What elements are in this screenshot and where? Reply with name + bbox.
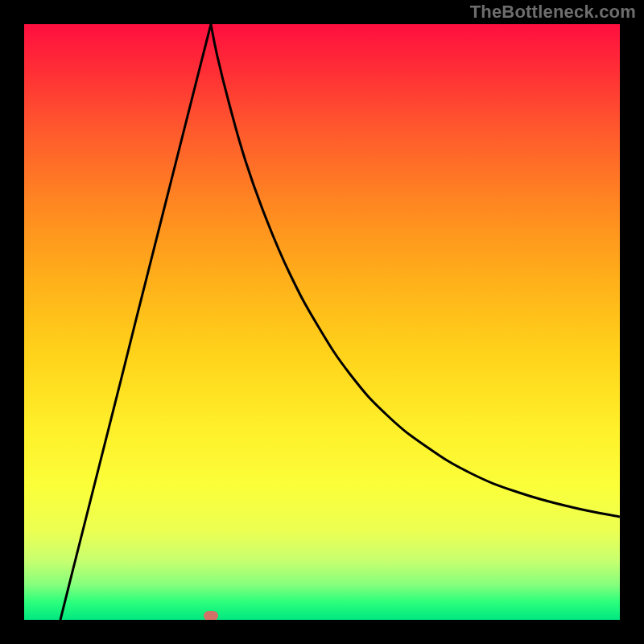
bottleneck-curve [24,24,620,620]
curve-path [60,24,620,620]
chart-frame: TheBottleneck.com [0,0,644,644]
plot-area [24,24,620,620]
watermark-text: TheBottleneck.com [470,2,636,23]
vertex-dot [204,611,218,620]
